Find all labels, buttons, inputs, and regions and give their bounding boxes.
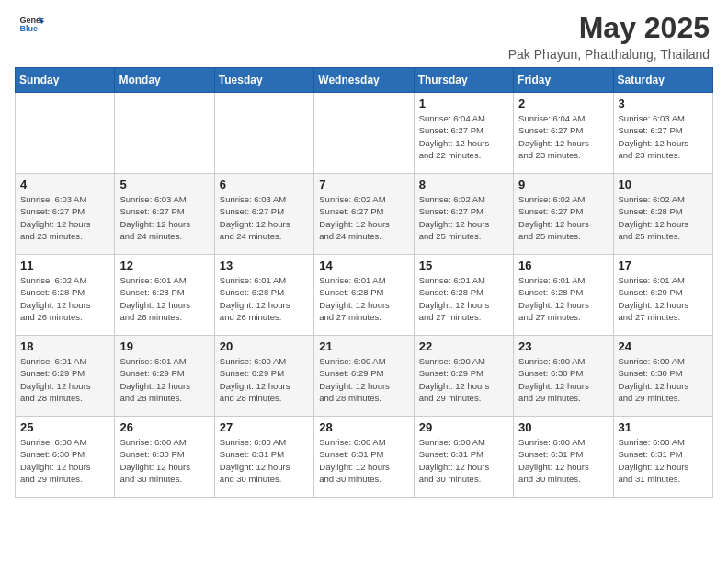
calendar-cell xyxy=(214,93,313,174)
day-info: Sunrise: 6:00 AM Sunset: 6:31 PM Dayligh… xyxy=(319,436,408,485)
calendar-cell: 8Sunrise: 6:02 AM Sunset: 6:27 PM Daylig… xyxy=(414,174,513,255)
day-info: Sunrise: 6:01 AM Sunset: 6:28 PM Dayligh… xyxy=(518,274,608,323)
day-number: 23 xyxy=(518,339,608,353)
logo: General Blue xyxy=(18,11,44,37)
day-info: Sunrise: 6:00 AM Sunset: 6:30 PM Dayligh… xyxy=(619,355,708,404)
day-info: Sunrise: 6:01 AM Sunset: 6:28 PM Dayligh… xyxy=(419,274,508,323)
day-number: 13 xyxy=(220,259,309,272)
svg-text:Blue: Blue xyxy=(19,24,38,33)
calendar-cell: 23Sunrise: 6:00 AM Sunset: 6:30 PM Dayli… xyxy=(514,336,613,417)
calendar-header-row: SundayMondayTuesdayWednesdayThursdayFrid… xyxy=(16,68,713,93)
day-info: Sunrise: 6:01 AM Sunset: 6:29 PM Dayligh… xyxy=(119,355,209,404)
calendar-cell: 28Sunrise: 6:00 AM Sunset: 6:31 PM Dayli… xyxy=(314,417,414,498)
calendar-cell: 15Sunrise: 6:01 AM Sunset: 6:28 PM Dayli… xyxy=(414,255,513,336)
day-of-week-header: Tuesday xyxy=(214,68,313,93)
day-number: 1 xyxy=(419,97,508,110)
calendar-cell: 14Sunrise: 6:01 AM Sunset: 6:28 PM Dayli… xyxy=(314,255,414,336)
day-number: 27 xyxy=(220,420,309,434)
day-number: 29 xyxy=(419,420,508,434)
day-info: Sunrise: 6:01 AM Sunset: 6:28 PM Dayligh… xyxy=(319,274,408,323)
day-number: 4 xyxy=(20,178,109,191)
calendar-cell: 24Sunrise: 6:00 AM Sunset: 6:30 PM Dayli… xyxy=(613,336,712,417)
calendar-cell: 19Sunrise: 6:01 AM Sunset: 6:29 PM Dayli… xyxy=(115,336,214,417)
day-info: Sunrise: 6:03 AM Sunset: 6:27 PM Dayligh… xyxy=(20,193,109,242)
day-of-week-header: Sunday xyxy=(16,68,115,93)
calendar-cell: 11Sunrise: 6:02 AM Sunset: 6:28 PM Dayli… xyxy=(16,255,115,336)
day-of-week-header: Wednesday xyxy=(314,68,414,93)
day-number: 10 xyxy=(619,178,708,191)
sub-title: Pak Phayun, Phatthalung, Thailand xyxy=(508,47,710,62)
calendar-week-row: 4Sunrise: 6:03 AM Sunset: 6:27 PM Daylig… xyxy=(16,174,713,255)
calendar-cell: 22Sunrise: 6:00 AM Sunset: 6:29 PM Dayli… xyxy=(414,336,513,417)
calendar-cell: 13Sunrise: 6:01 AM Sunset: 6:28 PM Dayli… xyxy=(214,255,313,336)
calendar-cell: 25Sunrise: 6:00 AM Sunset: 6:30 PM Dayli… xyxy=(16,417,115,498)
calendar-cell: 10Sunrise: 6:02 AM Sunset: 6:28 PM Dayli… xyxy=(613,174,712,255)
calendar-week-row: 11Sunrise: 6:02 AM Sunset: 6:28 PM Dayli… xyxy=(16,255,713,336)
day-info: Sunrise: 6:00 AM Sunset: 6:31 PM Dayligh… xyxy=(518,436,608,485)
day-number: 28 xyxy=(319,420,408,434)
day-number: 3 xyxy=(619,97,708,110)
day-number: 17 xyxy=(619,259,708,272)
day-number: 5 xyxy=(119,178,209,191)
day-number: 15 xyxy=(419,259,508,272)
calendar-week-row: 18Sunrise: 6:01 AM Sunset: 6:29 PM Dayli… xyxy=(16,336,713,417)
calendar-cell: 3Sunrise: 6:03 AM Sunset: 6:27 PM Daylig… xyxy=(613,93,712,174)
calendar-cell: 31Sunrise: 6:00 AM Sunset: 6:31 PM Dayli… xyxy=(613,417,712,498)
day-info: Sunrise: 6:00 AM Sunset: 6:31 PM Dayligh… xyxy=(220,436,309,485)
day-of-week-header: Thursday xyxy=(414,68,513,93)
day-info: Sunrise: 6:00 AM Sunset: 6:29 PM Dayligh… xyxy=(419,355,508,404)
calendar-cell: 16Sunrise: 6:01 AM Sunset: 6:28 PM Dayli… xyxy=(514,255,613,336)
title-block: May 2025 Pak Phayun, Phatthalung, Thaila… xyxy=(508,11,710,62)
day-number: 24 xyxy=(619,339,708,353)
day-info: Sunrise: 6:04 AM Sunset: 6:27 PM Dayligh… xyxy=(419,112,508,161)
day-number: 14 xyxy=(319,259,408,272)
day-number: 11 xyxy=(20,259,109,272)
calendar-cell: 17Sunrise: 6:01 AM Sunset: 6:29 PM Dayli… xyxy=(613,255,712,336)
day-info: Sunrise: 6:00 AM Sunset: 6:30 PM Dayligh… xyxy=(20,436,109,485)
day-info: Sunrise: 6:02 AM Sunset: 6:28 PM Dayligh… xyxy=(619,193,708,242)
calendar-week-row: 25Sunrise: 6:00 AM Sunset: 6:30 PM Dayli… xyxy=(16,417,713,498)
day-info: Sunrise: 6:00 AM Sunset: 6:29 PM Dayligh… xyxy=(220,355,309,404)
day-number: 8 xyxy=(419,178,508,191)
calendar-cell: 29Sunrise: 6:00 AM Sunset: 6:31 PM Dayli… xyxy=(414,417,513,498)
day-info: Sunrise: 6:03 AM Sunset: 6:27 PM Dayligh… xyxy=(619,112,708,161)
day-info: Sunrise: 6:00 AM Sunset: 6:30 PM Dayligh… xyxy=(518,355,608,404)
calendar-cell: 26Sunrise: 6:00 AM Sunset: 6:30 PM Dayli… xyxy=(115,417,214,498)
day-number: 25 xyxy=(20,420,109,434)
day-number: 9 xyxy=(518,178,608,191)
calendar-cell xyxy=(115,93,214,174)
calendar-cell: 12Sunrise: 6:01 AM Sunset: 6:28 PM Dayli… xyxy=(115,255,214,336)
calendar-cell: 1Sunrise: 6:04 AM Sunset: 6:27 PM Daylig… xyxy=(414,93,513,174)
day-number: 21 xyxy=(319,339,408,353)
calendar-cell: 21Sunrise: 6:00 AM Sunset: 6:29 PM Dayli… xyxy=(314,336,414,417)
day-number: 2 xyxy=(518,97,608,110)
day-number: 20 xyxy=(220,339,309,353)
day-number: 12 xyxy=(119,259,209,272)
day-info: Sunrise: 6:03 AM Sunset: 6:27 PM Dayligh… xyxy=(220,193,309,242)
calendar-cell: 27Sunrise: 6:00 AM Sunset: 6:31 PM Dayli… xyxy=(214,417,313,498)
day-info: Sunrise: 6:02 AM Sunset: 6:28 PM Dayligh… xyxy=(20,274,109,323)
calendar-cell: 4Sunrise: 6:03 AM Sunset: 6:27 PM Daylig… xyxy=(16,174,115,255)
day-number: 30 xyxy=(518,420,608,434)
main-title: May 2025 xyxy=(508,11,710,45)
calendar-cell xyxy=(314,93,414,174)
calendar-cell: 20Sunrise: 6:00 AM Sunset: 6:29 PM Dayli… xyxy=(214,336,313,417)
day-number: 26 xyxy=(119,420,209,434)
logo-icon: General Blue xyxy=(18,11,44,37)
day-info: Sunrise: 6:03 AM Sunset: 6:27 PM Dayligh… xyxy=(119,193,209,242)
calendar-table: SundayMondayTuesdayWednesdayThursdayFrid… xyxy=(15,67,713,498)
calendar-cell: 2Sunrise: 6:04 AM Sunset: 6:27 PM Daylig… xyxy=(514,93,613,174)
day-info: Sunrise: 6:02 AM Sunset: 6:27 PM Dayligh… xyxy=(518,193,608,242)
calendar-cell: 6Sunrise: 6:03 AM Sunset: 6:27 PM Daylig… xyxy=(214,174,313,255)
day-info: Sunrise: 6:00 AM Sunset: 6:29 PM Dayligh… xyxy=(319,355,408,404)
calendar-cell: 9Sunrise: 6:02 AM Sunset: 6:27 PM Daylig… xyxy=(514,174,613,255)
day-info: Sunrise: 6:00 AM Sunset: 6:31 PM Dayligh… xyxy=(419,436,508,485)
day-number: 22 xyxy=(419,339,508,353)
day-number: 16 xyxy=(518,259,608,272)
day-of-week-header: Monday xyxy=(115,68,214,93)
day-number: 7 xyxy=(319,178,408,191)
day-info: Sunrise: 6:02 AM Sunset: 6:27 PM Dayligh… xyxy=(419,193,508,242)
day-of-week-header: Friday xyxy=(514,68,613,93)
calendar-week-row: 1Sunrise: 6:04 AM Sunset: 6:27 PM Daylig… xyxy=(16,93,713,174)
day-of-week-header: Saturday xyxy=(613,68,712,93)
